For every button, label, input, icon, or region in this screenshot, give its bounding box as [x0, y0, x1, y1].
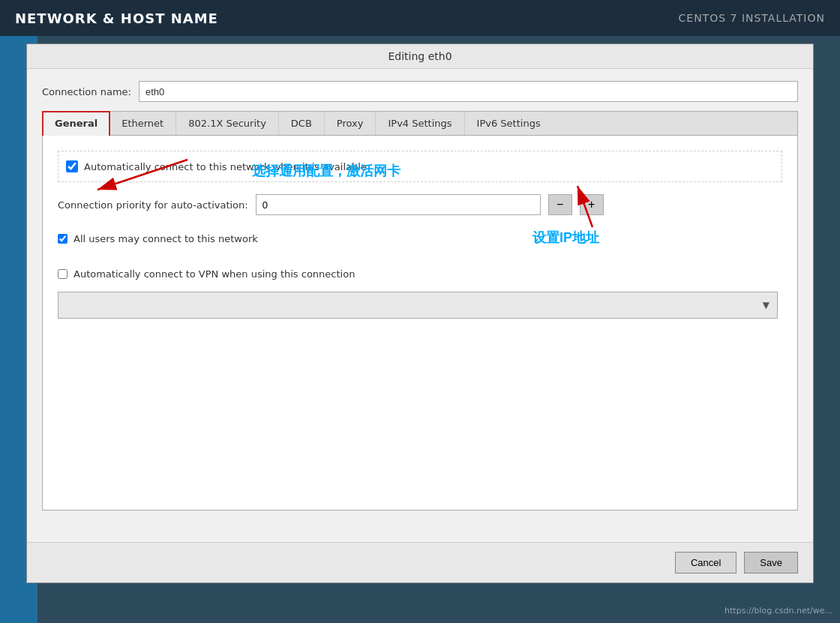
auto-connect-row: Automatically connect to this network wh…: [58, 151, 782, 182]
priority-input[interactable]: [256, 194, 541, 215]
all-users-row: All users may connect to this network: [58, 227, 782, 250]
cancel-button[interactable]: Cancel: [675, 552, 736, 574]
priority-increment-button[interactable]: +: [580, 194, 604, 215]
all-users-label: All users may connect to this network: [74, 233, 258, 244]
tab-ipv6-settings[interactable]: IPv6 Settings: [465, 112, 553, 135]
tab-dcb[interactable]: DCB: [279, 112, 325, 135]
connection-name-label: Connection name:: [42, 86, 131, 97]
priority-decrement-button[interactable]: −: [548, 194, 572, 215]
tab-8021x-security[interactable]: 802.1X Security: [176, 112, 279, 135]
connection-name-input[interactable]: [139, 81, 798, 102]
dialog-title: Editing eth0: [27, 44, 813, 69]
header-bar: NETWORK & HOST NAME CENTOS 7 INSTALLATIO…: [0, 0, 840, 36]
auto-connect-checkbox[interactable]: [66, 160, 78, 172]
priority-label: Connection priority for auto-activation:: [58, 199, 248, 211]
tab-ipv4-settings[interactable]: IPv4 Settings: [376, 112, 464, 135]
watermark: https://blog.csdn.net/we...: [724, 606, 832, 616]
priority-row: Connection priority for auto-activation:…: [58, 194, 782, 215]
vpn-dropdown-arrow-icon: ▼: [763, 300, 770, 310]
vpn-connect-label: Automatically connect to VPN when using …: [74, 268, 355, 280]
tab-proxy[interactable]: Proxy: [325, 112, 376, 135]
header-title-left: NETWORK & HOST NAME: [15, 10, 218, 26]
connection-name-row: Connection name:: [42, 81, 798, 102]
header-title-right: CENTOS 7 INSTALLATION: [679, 12, 825, 24]
vpn-connect-checkbox[interactable]: [58, 269, 68, 279]
vpn-dropdown[interactable]: ▼: [58, 292, 778, 319]
dialog-footer: Cancel Save: [27, 542, 813, 583]
vpn-row: Automatically connect to VPN when using …: [58, 262, 782, 286]
tab-ethernet[interactable]: Ethernet: [110, 112, 176, 135]
dialog-editing-eth0: Editing eth0 Connection name: 选择通用配置，激活网…: [26, 43, 814, 583]
main-background: Editing eth0 Connection name: 选择通用配置，激活网…: [0, 36, 840, 623]
annotation-text-general: 选择通用配置，激活网卡: [252, 162, 400, 180]
tab-content-general: Automatically connect to this network wh…: [42, 136, 798, 511]
tabs-row: General Ethernet 802.1X Security DCB Pro…: [42, 111, 798, 136]
save-button[interactable]: Save: [744, 552, 798, 574]
all-users-checkbox[interactable]: [58, 234, 68, 244]
dialog-content: Connection name: 选择通用配置，激活网卡 General Eth…: [27, 69, 813, 542]
tab-general[interactable]: General: [42, 111, 110, 136]
